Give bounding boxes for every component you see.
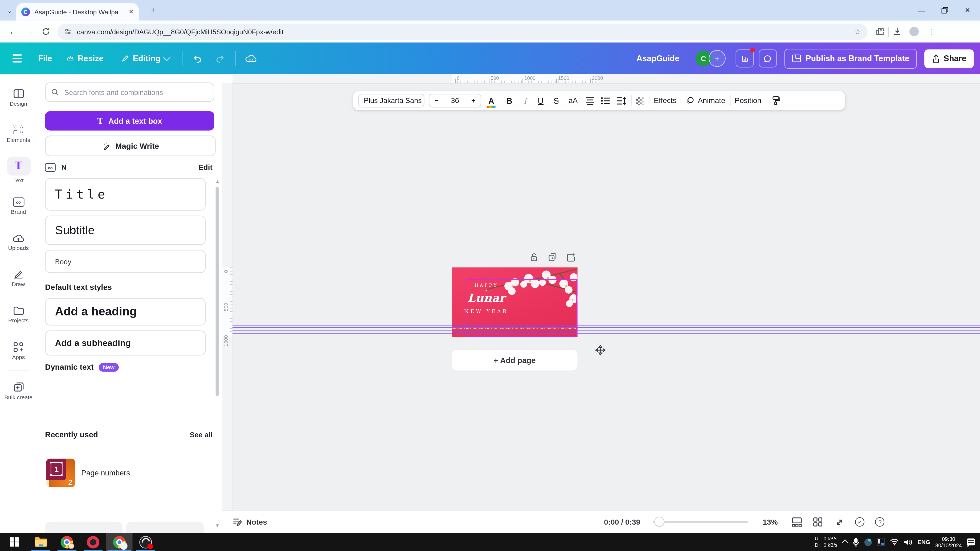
file-menu[interactable]: File <box>38 54 52 63</box>
see-all-link[interactable]: See all <box>189 431 213 438</box>
wifi-icon[interactable] <box>890 538 899 545</box>
sidebar-item-design[interactable]: Design <box>0 79 37 116</box>
window-minimize-button[interactable]: — <box>910 0 932 21</box>
browser-profile-avatar[interactable] <box>909 27 919 36</box>
add-page-icon[interactable] <box>566 252 576 262</box>
duplicate-page-icon[interactable] <box>547 252 558 262</box>
font-size-decrease[interactable]: − <box>434 96 439 105</box>
window-restore-button[interactable] <box>934 0 955 21</box>
speaker-icon[interactable] <box>904 538 912 546</box>
sidebar-item-apps[interactable]: Apps <box>0 333 37 369</box>
subtitle-style-card[interactable]: Subtitle <box>45 216 205 245</box>
transparency-button[interactable] <box>636 97 644 105</box>
sidebar-item-brand[interactable]: co Brand <box>0 188 37 224</box>
recent-style-call-to-action[interactable]: call to ACTION <box>45 522 123 533</box>
back-icon[interactable]: ← <box>5 27 21 36</box>
alignment-button[interactable] <box>584 97 595 105</box>
redo-icon[interactable] <box>215 54 225 64</box>
timeline-slider[interactable] <box>653 521 748 523</box>
check-circle-button[interactable]: ✓ <box>855 517 865 527</box>
zoom-level[interactable]: 13% <box>763 518 778 526</box>
download-icon[interactable] <box>892 27 902 36</box>
undo-icon[interactable] <box>192 54 202 64</box>
brand-edit-link[interactable]: Edit <box>199 163 213 172</box>
font-size-increase[interactable]: + <box>471 96 476 105</box>
timeline-slider-knob[interactable] <box>655 517 664 526</box>
title-style-card[interactable]: Title <box>45 178 205 211</box>
reload-icon[interactable] <box>38 27 54 36</box>
forward-icon[interactable]: → <box>21 27 38 36</box>
sidebar-item-uploads[interactable]: Uploads <box>0 224 37 260</box>
help-button[interactable]: ? <box>875 517 885 527</box>
add-member-button[interactable]: + <box>709 50 725 67</box>
recent-style-global-solutions[interactable]: Global Solutions <box>126 522 204 533</box>
taskbar-file-explorer[interactable] <box>27 533 54 551</box>
body-style-card[interactable]: Body <box>45 250 205 273</box>
taskbar-chrome-active[interactable] <box>106 533 133 551</box>
underline-button[interactable]: U <box>535 96 546 105</box>
add-subheading-card[interactable]: Add a subheading <box>45 330 205 356</box>
search-input[interactable] <box>63 88 208 97</box>
hamburger-menu-icon[interactable] <box>13 55 22 62</box>
language-indicator[interactable]: ENG <box>918 538 930 545</box>
list-button[interactable] <box>600 97 611 105</box>
taskbar-obs[interactable] <box>133 533 159 551</box>
panel-scroll-up-icon[interactable]: ▲ <box>215 179 220 184</box>
grid-view-button[interactable] <box>813 517 823 527</box>
comments-button[interactable] <box>759 49 777 67</box>
site-settings-icon[interactable] <box>64 27 72 36</box>
bold-button[interactable]: B <box>504 96 515 105</box>
spacing-button[interactable] <box>616 97 627 105</box>
copy-style-roller-icon[interactable] <box>771 95 781 106</box>
fullscreen-button[interactable] <box>834 517 845 527</box>
sidebar-item-draw[interactable]: Draw <box>0 260 37 297</box>
panel-scrollbar[interactable] <box>216 187 219 396</box>
tray-app-icon[interactable] <box>864 538 872 546</box>
browser-tab[interactable]: C AsapGuide - Desktop Wallpape ✕ <box>16 3 139 21</box>
strikethrough-button[interactable]: S <box>551 96 562 105</box>
font-search-box[interactable] <box>45 83 215 102</box>
add-page-button[interactable]: + Add page <box>452 350 578 370</box>
magic-write-button[interactable]: Magic Write <box>45 135 216 156</box>
panel-scroll-down-icon[interactable]: ▼ <box>215 524 220 529</box>
add-text-box-button[interactable]: T Add a text box <box>45 111 215 131</box>
editing-mode-menu[interactable]: Editing <box>121 54 169 63</box>
position-button[interactable]: Position <box>735 96 761 105</box>
italic-button[interactable]: I <box>519 96 530 105</box>
sidebar-item-projects[interactable]: Projects <box>0 297 37 333</box>
text-case-button[interactable]: aA <box>566 96 580 105</box>
font-size-value[interactable]: 36 <box>451 96 459 105</box>
start-button[interactable] <box>2 533 28 551</box>
window-close-button[interactable]: ✕ <box>957 0 978 21</box>
tray-miniapp-icon[interactable] <box>877 538 885 546</box>
add-heading-card[interactable]: Add a heading <box>45 298 205 325</box>
new-tab-button[interactable]: + <box>148 6 158 16</box>
tab-close-icon[interactable]: ✕ <box>129 9 134 15</box>
sidebar-item-elements[interactable]: ♡△▢○ Elements <box>0 116 37 152</box>
image-selection-box[interactable] <box>466 279 577 337</box>
taskbar-chrome-profile1[interactable] <box>54 533 80 551</box>
tab-search-button[interactable]: ⌄ <box>4 5 16 17</box>
pages-view-button[interactable] <box>791 517 802 527</box>
notes-button[interactable]: Notes <box>247 518 267 526</box>
animate-button[interactable]: Animate <box>686 96 725 105</box>
share-button[interactable]: Share <box>924 49 974 68</box>
publish-brand-template-button[interactable]: Publish as Brand Template <box>784 48 916 68</box>
insights-button[interactable] <box>735 49 754 67</box>
notification-center-icon[interactable] <box>967 538 975 545</box>
sidebar-item-text[interactable]: T Text <box>0 152 37 188</box>
effects-button[interactable]: Effects <box>654 96 677 105</box>
extensions-icon[interactable] <box>875 27 885 36</box>
clock[interactable]: 09:30 30/10/2024 <box>935 536 962 548</box>
unlock-icon[interactable] <box>529 252 539 262</box>
page-numbers-thumbnail[interactable]: 1 2 <box>46 459 75 487</box>
text-color-button[interactable]: A <box>486 96 497 105</box>
taskbar-opera[interactable] <box>80 533 106 551</box>
tray-expand-icon[interactable] <box>841 539 848 546</box>
bookmark-star-icon[interactable]: ☆ <box>854 27 861 36</box>
microphone-icon[interactable] <box>853 538 859 546</box>
browser-menu-icon[interactable]: ⋮ <box>924 27 940 36</box>
resize-menu[interactable]: Resize <box>67 54 103 63</box>
url-bar[interactable]: canva.com/design/DAGUQp__8G0/QFjcMiH5SOo… <box>57 24 868 40</box>
sidebar-item-bulk-create[interactable]: Bulk create <box>0 373 37 409</box>
